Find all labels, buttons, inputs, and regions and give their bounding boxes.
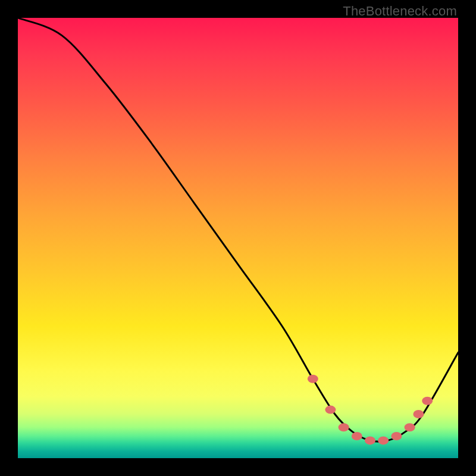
highlight-dot (391, 432, 402, 440)
highlight-dot (365, 436, 375, 444)
highlight-dot (405, 423, 415, 431)
highlight-dot (308, 375, 318, 383)
highlight-dot (378, 436, 389, 444)
highlight-dot (413, 410, 424, 418)
watermark-text: TheBottleneck.com (343, 4, 457, 19)
highlight-dot (325, 406, 336, 414)
chart-overlay (18, 18, 458, 458)
highlight-dot (339, 423, 349, 431)
highlight-dot (352, 432, 362, 440)
highlight-dot (422, 397, 433, 405)
highlight-dot-group (308, 375, 433, 445)
bottleneck-curve-line (18, 18, 458, 441)
